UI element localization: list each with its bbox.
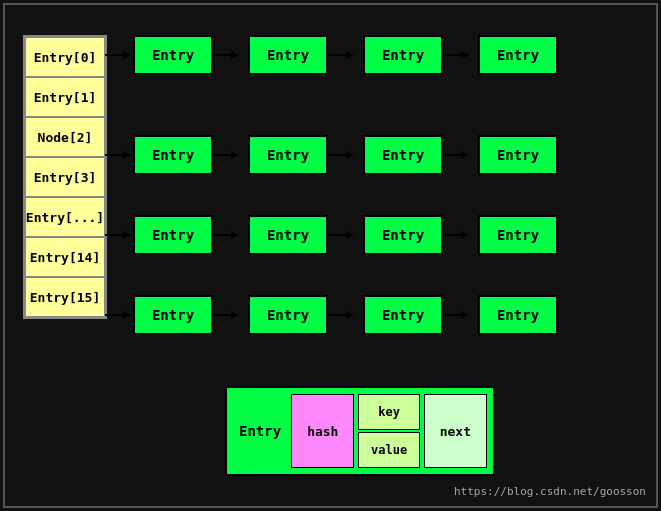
chain4-entry2: Entry (248, 215, 328, 255)
svg-marker-9 (123, 151, 131, 159)
array-cell-0: Entry[0] (25, 37, 105, 77)
svg-marker-17 (123, 231, 131, 239)
detail-box: Entry hash key value next (225, 386, 495, 476)
chain0-entry1: Entry (133, 35, 213, 75)
detail-kv: key value (358, 394, 419, 468)
detail-entry-label: Entry (233, 423, 287, 439)
svg-marker-21 (346, 231, 354, 239)
chain0-entry2: Entry (248, 35, 328, 75)
detail-next: next (424, 394, 487, 468)
svg-marker-5 (346, 51, 354, 59)
svg-marker-11 (231, 151, 239, 159)
chain4-entry4: Entry (478, 215, 558, 255)
chain6-entry4: Entry (478, 295, 558, 335)
chain2-entry3: Entry (363, 135, 443, 175)
array-cell-1: Entry[1] (25, 77, 105, 117)
svg-marker-23 (461, 231, 469, 239)
svg-marker-3 (231, 51, 239, 59)
diagram: Entry[0] Entry[1] Node[2] Entry[3] Entry… (3, 3, 658, 508)
watermark: https://blog.csdn.net/goosson (454, 485, 646, 498)
svg-marker-13 (346, 151, 354, 159)
chain2-entry2: Entry (248, 135, 328, 175)
svg-marker-7 (461, 51, 469, 59)
chain4-entry1: Entry (133, 215, 213, 255)
array-cell-2: Node[2] (25, 117, 105, 157)
array-cell-4: Entry[...] (25, 197, 105, 237)
svg-marker-25 (123, 311, 131, 319)
array-column: Entry[0] Entry[1] Node[2] Entry[3] Entry… (23, 35, 107, 319)
svg-marker-19 (231, 231, 239, 239)
detail-inner: hash key value next (291, 394, 487, 468)
chain6-entry3: Entry (363, 295, 443, 335)
chain0-entry3: Entry (363, 35, 443, 75)
array-cell-5: Entry[14] (25, 237, 105, 277)
svg-marker-29 (346, 311, 354, 319)
detail-key: key (358, 394, 419, 430)
svg-marker-31 (461, 311, 469, 319)
chain6-entry2: Entry (248, 295, 328, 335)
chain6-entry1: Entry (133, 295, 213, 335)
chain2-entry1: Entry (133, 135, 213, 175)
chain4-entry3: Entry (363, 215, 443, 255)
chain0-entry4: Entry (478, 35, 558, 75)
detail-value: value (358, 432, 419, 468)
array-cell-3: Entry[3] (25, 157, 105, 197)
array-cell-6: Entry[15] (25, 277, 105, 317)
svg-marker-15 (461, 151, 469, 159)
svg-marker-27 (231, 311, 239, 319)
svg-marker-1 (123, 51, 131, 59)
detail-hash: hash (291, 394, 354, 468)
chain2-entry4: Entry (478, 135, 558, 175)
